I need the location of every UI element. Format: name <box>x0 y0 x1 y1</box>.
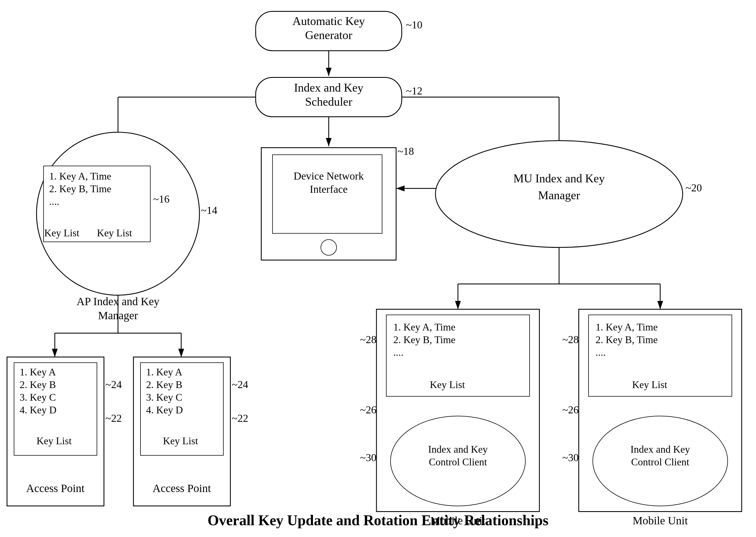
mu1-key-b-time: 2. Key B, Time <box>393 334 456 345</box>
ap-keylist-line2: 2. Key B, Time <box>49 183 111 194</box>
ap1-label: Access Point <box>26 482 85 495</box>
scheduler-label2: Scheduler <box>305 95 352 108</box>
diagram-title: Overall Key Update and Rotation Entity R… <box>0 512 756 529</box>
mu2-key-b-time: 2. Key B, Time <box>596 334 658 345</box>
mu-manager-ref: ~20 <box>686 182 702 194</box>
ap2-keylist-label: Key List <box>163 435 198 446</box>
ap1-key-a: 1. Key A <box>20 366 56 378</box>
mu1-ref28: ~28 <box>360 334 377 345</box>
mu1-key-a-time: 1. Key A, Time <box>393 321 456 333</box>
mu1-ref26: ~26 <box>360 404 377 416</box>
mu-manager-label1: MU Index and Key <box>513 172 605 185</box>
ap1-key-b: 2. Key B <box>20 379 56 390</box>
mu2-keylist-label: Key List <box>632 379 667 390</box>
mu2-ikkc-label2: Control Client <box>631 456 690 468</box>
mu2-dots: .... <box>596 347 606 358</box>
mu2-ref30: ~30 <box>562 452 579 463</box>
diagram: Automatic Key Generator ~10 Index and Ke… <box>0 0 756 537</box>
ap-keylist-line1: 1. Key A, Time <box>49 171 111 182</box>
auto-key-gen-ref: ~10 <box>406 19 422 31</box>
device-network-circle <box>321 240 337 255</box>
ap-keylist-label-inner: Key List <box>44 227 80 238</box>
device-net-label2: Interface <box>310 183 348 195</box>
mu-manager-label2: Manager <box>538 189 580 202</box>
ap2-ref22: ~22 <box>232 412 248 424</box>
ap2-key-d: 4. Key D <box>146 404 183 416</box>
ap2-key-a: 1. Key A <box>146 366 182 378</box>
mu1-ikkc-label2: Control Client <box>429 456 487 468</box>
mu1-keylist-label: Key List <box>430 379 465 390</box>
ap1-ref24: ~24 <box>105 379 122 390</box>
scheduler-label1: Index and Key <box>294 81 363 94</box>
mu1-dots: .... <box>393 347 403 358</box>
ap2-key-b: 2. Key B <box>146 379 182 390</box>
mu2-ref28: ~28 <box>562 334 579 345</box>
mu2-ikkc-label1: Index and Key <box>630 444 690 455</box>
mu2-key-a-time: 1. Key A, Time <box>596 321 658 333</box>
ap-manager-ref16: ~16 <box>153 193 170 205</box>
auto-key-gen-label: Automatic Key <box>293 15 365 27</box>
device-net-label1: Device Network <box>294 170 364 182</box>
ap-keylist-dots: .... <box>49 196 59 207</box>
auto-key-gen-label2: Generator <box>305 29 352 42</box>
scheduler-ref: ~12 <box>406 85 422 97</box>
mu1-ref30: ~30 <box>360 452 377 463</box>
mu2-ref26: ~26 <box>562 404 579 416</box>
ap2-ref24: ~24 <box>232 379 248 390</box>
ap2-key-c: 3. Key C <box>146 392 182 403</box>
mu1-ikkc-label1: Index and Key <box>428 444 488 455</box>
ap2-label: Access Point <box>152 482 211 495</box>
ap-manager-ref14: ~14 <box>201 204 218 216</box>
device-net-ref: ~18 <box>398 145 414 157</box>
ap-keylist-label: Key List <box>97 227 132 238</box>
ap1-keylist-label: Key List <box>36 435 72 446</box>
ap1-key-c: 3. Key C <box>20 392 56 403</box>
ap1-ref22: ~22 <box>105 412 122 424</box>
ap1-key-d: 4. Key D <box>20 404 57 416</box>
diagram-svg: Automatic Key Generator ~10 Index and Ke… <box>0 0 756 537</box>
